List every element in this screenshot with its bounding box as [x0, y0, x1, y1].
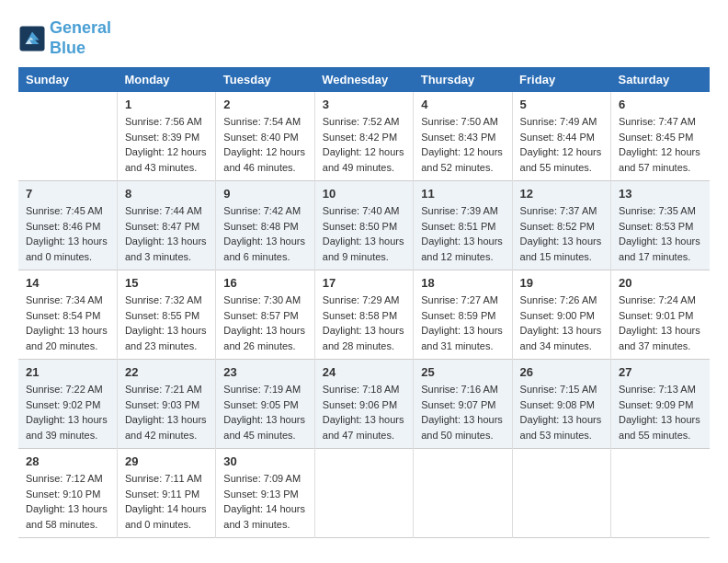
day-number: 7 — [26, 187, 109, 201]
calendar-cell-week2-day1: 8Sunrise: 7:44 AM Sunset: 8:47 PM Daylig… — [117, 181, 215, 270]
day-number: 15 — [125, 276, 208, 290]
week-row-2: 7Sunrise: 7:45 AM Sunset: 8:46 PM Daylig… — [18, 181, 710, 270]
calendar-cell-week1-day0 — [18, 92, 117, 181]
column-header-saturday: Saturday — [611, 67, 710, 92]
calendar-cell-week2-day5: 12Sunrise: 7:37 AM Sunset: 8:52 PM Dayli… — [512, 181, 610, 270]
day-info: Sunrise: 7:35 AM Sunset: 8:53 PM Dayligh… — [619, 203, 702, 264]
day-number: 11 — [421, 187, 504, 201]
day-info: Sunrise: 7:40 AM Sunset: 8:50 PM Dayligh… — [323, 203, 405, 264]
day-info: Sunrise: 7:11 AM Sunset: 9:11 PM Dayligh… — [125, 471, 208, 532]
day-info: Sunrise: 7:30 AM Sunset: 8:57 PM Dayligh… — [223, 293, 306, 353]
column-header-tuesday: Tuesday — [216, 67, 314, 92]
column-header-friday: Friday — [512, 67, 610, 92]
day-number: 26 — [520, 365, 603, 379]
day-info: Sunrise: 7:21 AM Sunset: 9:03 PM Dayligh… — [125, 382, 208, 442]
day-number: 6 — [619, 98, 702, 111]
day-number: 29 — [125, 454, 208, 468]
calendar-cell-week1-day3: 3Sunrise: 7:52 AM Sunset: 8:42 PM Daylig… — [314, 92, 413, 181]
day-info: Sunrise: 7:18 AM Sunset: 9:06 PM Dayligh… — [323, 382, 405, 442]
calendar-cell-week5-day2: 30Sunrise: 7:09 AM Sunset: 9:13 PM Dayli… — [216, 449, 314, 538]
calendar-cell-week4-day1: 22Sunrise: 7:21 AM Sunset: 9:03 PM Dayli… — [117, 360, 215, 449]
day-number: 27 — [619, 365, 702, 379]
calendar-cell-week4-day3: 24Sunrise: 7:18 AM Sunset: 9:06 PM Dayli… — [314, 360, 413, 449]
calendar-cell-week2-day3: 10Sunrise: 7:40 AM Sunset: 8:50 PM Dayli… — [314, 181, 413, 270]
day-number: 24 — [323, 365, 405, 379]
day-number: 14 — [26, 276, 109, 290]
logo: General Blue — [18, 18, 111, 58]
column-header-thursday: Thursday — [414, 67, 512, 92]
day-info: Sunrise: 7:56 AM Sunset: 8:39 PM Dayligh… — [125, 114, 208, 175]
calendar-cell-week1-day4: 4Sunrise: 7:50 AM Sunset: 8:43 PM Daylig… — [414, 92, 512, 181]
calendar-cell-week2-day0: 7Sunrise: 7:45 AM Sunset: 8:46 PM Daylig… — [18, 181, 117, 270]
column-header-monday: Monday — [117, 67, 215, 92]
week-row-4: 21Sunrise: 7:22 AM Sunset: 9:02 PM Dayli… — [18, 360, 710, 449]
day-number: 4 — [421, 98, 504, 111]
day-info: Sunrise: 7:37 AM Sunset: 8:52 PM Dayligh… — [520, 203, 603, 264]
day-info: Sunrise: 7:29 AM Sunset: 8:58 PM Dayligh… — [323, 293, 405, 353]
day-info: Sunrise: 7:47 AM Sunset: 8:45 PM Dayligh… — [619, 114, 702, 175]
day-number: 25 — [421, 365, 504, 379]
day-number: 22 — [125, 365, 208, 379]
calendar-cell-week2-day4: 11Sunrise: 7:39 AM Sunset: 8:51 PM Dayli… — [414, 181, 512, 270]
calendar-cell-week3-day1: 15Sunrise: 7:32 AM Sunset: 8:55 PM Dayli… — [117, 270, 215, 360]
calendar-table: SundayMondayTuesdayWednesdayThursdayFrid… — [18, 67, 710, 538]
day-info: Sunrise: 7:26 AM Sunset: 9:00 PM Dayligh… — [520, 293, 603, 353]
calendar-cell-week5-day3 — [314, 449, 413, 538]
day-info: Sunrise: 7:50 AM Sunset: 8:43 PM Dayligh… — [421, 114, 504, 175]
day-info: Sunrise: 7:44 AM Sunset: 8:47 PM Dayligh… — [125, 203, 208, 264]
week-row-5: 28Sunrise: 7:12 AM Sunset: 9:10 PM Dayli… — [18, 449, 710, 538]
day-number: 10 — [323, 187, 405, 201]
day-number: 19 — [520, 276, 603, 290]
day-number: 23 — [223, 365, 306, 379]
calendar-cell-week4-day5: 26Sunrise: 7:15 AM Sunset: 9:08 PM Dayli… — [512, 360, 610, 449]
calendar-header-row: SundayMondayTuesdayWednesdayThursdayFrid… — [18, 67, 710, 92]
day-info: Sunrise: 7:34 AM Sunset: 8:54 PM Dayligh… — [26, 293, 109, 353]
calendar-cell-week2-day6: 13Sunrise: 7:35 AM Sunset: 8:53 PM Dayli… — [611, 181, 710, 270]
day-number: 28 — [26, 454, 109, 468]
calendar-cell-week5-day1: 29Sunrise: 7:11 AM Sunset: 9:11 PM Dayli… — [117, 449, 215, 538]
day-info: Sunrise: 7:27 AM Sunset: 8:59 PM Dayligh… — [421, 293, 504, 353]
day-number: 9 — [223, 187, 306, 201]
day-info: Sunrise: 7:22 AM Sunset: 9:02 PM Dayligh… — [26, 382, 109, 442]
column-header-wednesday: Wednesday — [314, 67, 413, 92]
day-info: Sunrise: 7:24 AM Sunset: 9:01 PM Dayligh… — [619, 293, 702, 353]
logo-text: General Blue — [50, 18, 111, 58]
day-number: 5 — [520, 98, 603, 111]
calendar-cell-week5-day0: 28Sunrise: 7:12 AM Sunset: 9:10 PM Dayli… — [18, 449, 117, 538]
calendar-cell-week4-day6: 27Sunrise: 7:13 AM Sunset: 9:09 PM Dayli… — [611, 360, 710, 449]
calendar-cell-week1-day6: 6Sunrise: 7:47 AM Sunset: 8:45 PM Daylig… — [611, 92, 710, 181]
day-info: Sunrise: 7:42 AM Sunset: 8:48 PM Dayligh… — [223, 203, 306, 264]
day-number: 16 — [223, 276, 306, 290]
day-number: 21 — [26, 365, 109, 379]
day-number: 12 — [520, 187, 603, 201]
calendar-cell-week4-day2: 23Sunrise: 7:19 AM Sunset: 9:05 PM Dayli… — [216, 360, 314, 449]
day-info: Sunrise: 7:15 AM Sunset: 9:08 PM Dayligh… — [520, 382, 603, 442]
day-info: Sunrise: 7:13 AM Sunset: 9:09 PM Dayligh… — [619, 382, 702, 442]
day-number: 2 — [223, 98, 306, 111]
day-number: 1 — [125, 98, 208, 111]
logo-icon — [18, 25, 46, 52]
day-info: Sunrise: 7:54 AM Sunset: 8:40 PM Dayligh… — [223, 114, 306, 175]
day-number: 18 — [421, 276, 504, 290]
day-number: 17 — [323, 276, 405, 290]
week-row-1: 1Sunrise: 7:56 AM Sunset: 8:39 PM Daylig… — [18, 92, 710, 181]
day-info: Sunrise: 7:09 AM Sunset: 9:13 PM Dayligh… — [223, 471, 306, 532]
calendar-cell-week3-day2: 16Sunrise: 7:30 AM Sunset: 8:57 PM Dayli… — [216, 270, 314, 360]
calendar-cell-week5-day5 — [512, 449, 610, 538]
day-info: Sunrise: 7:49 AM Sunset: 8:44 PM Dayligh… — [520, 114, 603, 175]
day-info: Sunrise: 7:45 AM Sunset: 8:46 PM Dayligh… — [26, 203, 109, 264]
calendar-cell-week1-day1: 1Sunrise: 7:56 AM Sunset: 8:39 PM Daylig… — [117, 92, 215, 181]
day-number: 8 — [125, 187, 208, 201]
calendar-cell-week3-day6: 20Sunrise: 7:24 AM Sunset: 9:01 PM Dayli… — [611, 270, 710, 360]
calendar-cell-week1-day5: 5Sunrise: 7:49 AM Sunset: 8:44 PM Daylig… — [512, 92, 610, 181]
calendar-cell-week1-day2: 2Sunrise: 7:54 AM Sunset: 8:40 PM Daylig… — [216, 92, 314, 181]
day-info: Sunrise: 7:12 AM Sunset: 9:10 PM Dayligh… — [26, 471, 109, 532]
calendar-cell-week2-day2: 9Sunrise: 7:42 AM Sunset: 8:48 PM Daylig… — [216, 181, 314, 270]
week-row-3: 14Sunrise: 7:34 AM Sunset: 8:54 PM Dayli… — [18, 270, 710, 360]
day-info: Sunrise: 7:39 AM Sunset: 8:51 PM Dayligh… — [421, 203, 504, 264]
day-number: 20 — [619, 276, 702, 290]
day-number: 3 — [323, 98, 405, 111]
day-info: Sunrise: 7:19 AM Sunset: 9:05 PM Dayligh… — [223, 382, 306, 442]
column-header-sunday: Sunday — [18, 67, 117, 92]
day-info: Sunrise: 7:32 AM Sunset: 8:55 PM Dayligh… — [125, 293, 208, 353]
